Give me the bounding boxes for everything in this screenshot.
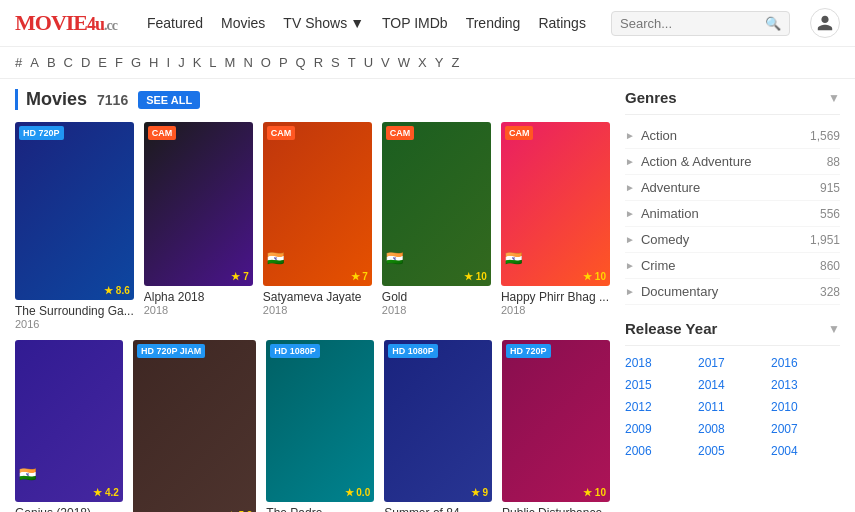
alpha-P[interactable]: P <box>279 55 288 70</box>
movie-title: The Padre <box>266 506 374 512</box>
alpha-M[interactable]: M <box>225 55 236 70</box>
movie-card[interactable]: HD 720P★ 8.6The Surrounding Ga...2016 <box>15 122 134 330</box>
movie-title: Public Disturbance <box>502 506 610 512</box>
alpha-D[interactable]: D <box>81 55 90 70</box>
search-input[interactable] <box>620 16 760 31</box>
main-content: Movies 7116 SEE ALL HD 720P★ 8.6The Surr… <box>0 79 855 512</box>
movie-card[interactable]: HD 720P★ 10Public Disturbance <box>502 340 610 512</box>
movie-title: Satyameva Jayate <box>263 290 372 304</box>
year-item[interactable]: 2012 <box>625 398 694 416</box>
alpha-A[interactable]: A <box>30 55 39 70</box>
nav-topimdb[interactable]: TOP IMDb <box>382 15 448 31</box>
year-item[interactable]: 2004 <box>771 442 840 460</box>
nav-tvshows[interactable]: TV Shows ▼ <box>283 15 364 31</box>
genre-item[interactable]: ►Crime860 <box>625 253 840 279</box>
alpha-F[interactable]: F <box>115 55 123 70</box>
nav-ratings[interactable]: Ratings <box>538 15 585 31</box>
alpha-L[interactable]: L <box>209 55 216 70</box>
alpha-Z[interactable]: Z <box>451 55 459 70</box>
movie-card[interactable]: HD 1080P★ 9Summer of 84 <box>384 340 492 512</box>
alpha-I[interactable]: I <box>167 55 171 70</box>
see-all-button[interactable]: SEE ALL <box>138 91 200 109</box>
movie-title: Genius (2018) <box>15 506 123 512</box>
genre-label: Action <box>641 128 810 143</box>
genre-item[interactable]: ►Documentary328 <box>625 279 840 305</box>
alpha-T[interactable]: T <box>348 55 356 70</box>
alpha-K[interactable]: K <box>193 55 202 70</box>
year-item[interactable]: 2018 <box>625 354 694 372</box>
year-item[interactable]: 2015 <box>625 376 694 394</box>
alpha-B[interactable]: B <box>47 55 56 70</box>
alpha-Y[interactable]: Y <box>435 55 444 70</box>
movie-card[interactable]: CAM🇮🇳★ 10Happy Phirr Bhag ...2018 <box>501 122 610 330</box>
movie-title: The Surrounding Ga... <box>15 304 134 318</box>
year-item[interactable]: 2013 <box>771 376 840 394</box>
quality-badge: CAM <box>505 126 534 140</box>
year-item[interactable]: 2008 <box>698 420 767 438</box>
movie-card[interactable]: HD 1080P★ 0.0The Padre <box>266 340 374 512</box>
alpha-E[interactable]: E <box>98 55 107 70</box>
movie-card[interactable]: HD 720P JIAM★ 5.3Gonjiam: Haunted As... <box>133 340 256 512</box>
alpha-V[interactable]: V <box>381 55 390 70</box>
movie-year: 2018 <box>144 304 253 316</box>
genre-item[interactable]: ►Animation556 <box>625 201 840 227</box>
quality-badge: HD 720P JIAM <box>137 344 205 358</box>
rating-badge: ★ 0.0 <box>345 487 371 498</box>
year-item[interactable]: 2017 <box>698 354 767 372</box>
genre-item[interactable]: ►Action & Adventure88 <box>625 149 840 175</box>
alpha-U[interactable]: U <box>364 55 373 70</box>
year-item[interactable]: 2011 <box>698 398 767 416</box>
chevron-right-icon: ► <box>625 234 635 245</box>
quality-badge: CAM <box>267 126 296 140</box>
alpha-W[interactable]: W <box>398 55 410 70</box>
rating-badge: ★ 10 <box>583 271 606 282</box>
movie-year: 2018 <box>382 304 491 316</box>
genre-item[interactable]: ►Comedy1,951 <box>625 227 840 253</box>
alpha-J[interactable]: J <box>178 55 185 70</box>
alpha-N[interactable]: N <box>243 55 252 70</box>
alpha-S[interactable]: S <box>331 55 340 70</box>
alpha-R[interactable]: R <box>314 55 323 70</box>
logo[interactable]: MOVIE4u.cc <box>15 10 117 36</box>
movie-card[interactable]: CAM★ 7Alpha 20182018 <box>144 122 253 330</box>
alpha-#[interactable]: # <box>15 55 22 70</box>
alpha-X[interactable]: X <box>418 55 427 70</box>
genre-count: 915 <box>820 181 840 195</box>
alpha-Q[interactable]: Q <box>296 55 306 70</box>
section-header: Movies 7116 SEE ALL <box>15 89 610 110</box>
flag-icon: 🇮🇳 <box>267 250 284 266</box>
year-item[interactable]: 2005 <box>698 442 767 460</box>
genre-item[interactable]: ►Adventure915 <box>625 175 840 201</box>
alpha-O[interactable]: O <box>261 55 271 70</box>
year-item[interactable]: 2010 <box>771 398 840 416</box>
year-item[interactable]: 2016 <box>771 354 840 372</box>
genre-count: 556 <box>820 207 840 221</box>
nav-trending[interactable]: Trending <box>466 15 521 31</box>
search-icon[interactable]: 🔍 <box>765 16 781 31</box>
year-grid: 2018201720162015201420132012201120102009… <box>625 354 840 460</box>
year-chevron-icon: ▼ <box>828 322 840 336</box>
movie-card[interactable]: 🇮🇳★ 4.2Genius (2018) <box>15 340 123 512</box>
year-item[interactable]: 2009 <box>625 420 694 438</box>
rating-badge: ★ 9 <box>471 487 488 498</box>
alpha-H[interactable]: H <box>149 55 158 70</box>
user-icon[interactable] <box>810 8 840 38</box>
rating-badge: ★ 10 <box>464 271 487 282</box>
movie-title: Gold <box>382 290 491 304</box>
alpha-G[interactable]: G <box>131 55 141 70</box>
quality-badge: HD 720P <box>506 344 551 358</box>
movies-row2: 🇮🇳★ 4.2Genius (2018)HD 720P JIAM★ 5.3Gon… <box>15 340 610 512</box>
movie-card[interactable]: CAM🇮🇳★ 10Gold2018 <box>382 122 491 330</box>
quality-badge: HD 720P <box>19 126 64 140</box>
genre-label: Adventure <box>641 180 820 195</box>
year-item[interactable]: 2007 <box>771 420 840 438</box>
genre-item[interactable]: ►Action1,569 <box>625 123 840 149</box>
year-item[interactable]: 2014 <box>698 376 767 394</box>
nav-movies[interactable]: Movies <box>221 15 265 31</box>
alpha-C[interactable]: C <box>64 55 73 70</box>
movie-card[interactable]: CAM🇮🇳★ 7Satyameva Jayate2018 <box>263 122 372 330</box>
quality-badge: CAM <box>148 126 177 140</box>
alpha-bar: #ABCDEFGHIJKLMNOPQRSTUVWXYZ <box>0 47 855 79</box>
nav-featured[interactable]: Featured <box>147 15 203 31</box>
year-item[interactable]: 2006 <box>625 442 694 460</box>
